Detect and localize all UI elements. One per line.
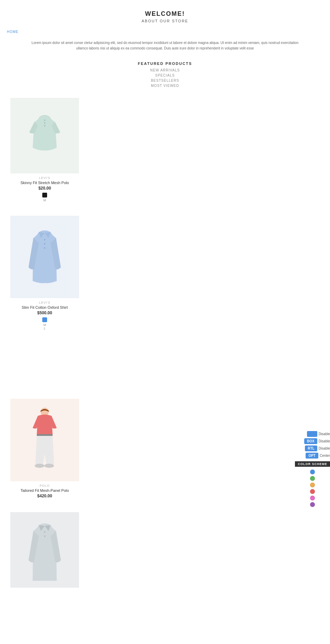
product-brand: LEVI'S — [10, 176, 79, 180]
featured-products-section: FEATURED PRODUCTS NEW ARRIVALS SPECIALS … — [0, 55, 330, 91]
control-row-main: Disable — [307, 431, 330, 437]
products-container: × × LE — [0, 91, 330, 605]
opt-control-btn[interactable]: OPT — [306, 453, 318, 459]
svg-point-11 — [44, 535, 45, 537]
product-image-wrapper[interactable] — [10, 512, 79, 588]
color-dot-orange[interactable] — [310, 483, 315, 487]
svg-point-0 — [44, 120, 45, 121]
product-name: Tailored Fit Mesh-Panel Polo — [10, 488, 79, 493]
control-row-box: BOX Disable — [304, 438, 330, 444]
product-brand: LEVI'S — [10, 301, 79, 304]
svg-point-10 — [44, 531, 45, 533]
main-control-label: Disable — [319, 432, 330, 436]
site-header: WELCOME! ABOUT OUR STORE — [0, 0, 330, 26]
specials-link[interactable]: SPECIALS — [155, 74, 175, 77]
product-name: Slim Fit Cotton Oxford Shirt — [10, 305, 79, 309]
color-dot-purple[interactable] — [310, 502, 315, 507]
svg-point-4 — [44, 243, 45, 245]
product-price: $420.00 — [10, 494, 79, 498]
bestsellers-link[interactable]: BESTSELLERS — [151, 79, 179, 82]
controls-panel: Disable BOX Disable RTL Disable OPT Cent… — [304, 431, 330, 459]
product-image-wrapper[interactable] — [10, 216, 79, 298]
svg-point-1 — [44, 122, 45, 124]
color-scheme-panel: COLOR SCHEME — [295, 461, 330, 510]
control-row-opt: OPT Center — [306, 453, 330, 459]
featured-nav: NEW ARRIVALS SPECIALS BESTSELLERS MOST V… — [0, 68, 330, 88]
product-price: $20.00 — [10, 186, 79, 191]
color-dot-blue[interactable] — [310, 470, 315, 474]
featured-title: FEATURED PRODUCTS — [0, 61, 330, 66]
home-link[interactable]: HOME — [7, 30, 19, 34]
new-arrivals-link[interactable]: NEW ARRIVALS — [150, 68, 180, 72]
box-control-btn[interactable]: BOX — [304, 438, 317, 444]
svg-point-2 — [44, 125, 45, 126]
intro-paragraph: Lorem ipsum dolor sit amet conse ctetur … — [0, 37, 330, 55]
breadcrumb: HOME — [0, 26, 330, 37]
product-color-swatches — [10, 193, 79, 197]
color-scheme-label: COLOR SCHEME — [295, 461, 330, 467]
most-viewed-link[interactable]: MOST VIEWED — [151, 84, 179, 88]
color-swatch[interactable] — [42, 193, 47, 197]
product-image-wrapper[interactable] — [10, 399, 79, 481]
product-name: Skinny Fit Stretch Mesh Polo — [10, 181, 79, 185]
product-brand: POLO — [10, 484, 79, 487]
svg-rect-7 — [37, 434, 53, 436]
color-dots — [295, 467, 330, 510]
rtl-control-label: Disable — [319, 447, 330, 450]
control-row-rtl: RTL Disable — [305, 445, 330, 451]
welcome-title: WELCOME! — [7, 10, 323, 18]
product-card: LEVI'S Skinny Fit Stretch Mesh Polo $20.… — [10, 98, 79, 202]
color-dot-red[interactable] — [310, 489, 315, 494]
svg-point-3 — [44, 239, 45, 240]
product-card: POLO Tailored Fit Mesh-Panel Polo $420.0… — [10, 399, 79, 498]
color-dot-green[interactable] — [310, 476, 315, 481]
store-subtitle: ABOUT OUR STORE — [7, 19, 323, 23]
box-control-label: Disable — [319, 439, 330, 443]
product-price: $500.00 — [10, 310, 79, 315]
product-image-wrapper[interactable] — [10, 98, 79, 173]
main-control-btn[interactable] — [307, 431, 317, 437]
product-color-swatches — [10, 317, 79, 322]
color-swatch[interactable] — [42, 317, 47, 322]
product-sizes: M — [10, 199, 79, 202]
product-card — [10, 512, 79, 588]
color-dot-pink[interactable] — [310, 496, 315, 500]
opt-control-label: Center — [320, 454, 330, 457]
rtl-control-btn[interactable]: RTL — [305, 445, 317, 451]
product-sizes: M L — [10, 323, 79, 330]
svg-point-9 — [44, 464, 54, 468]
svg-point-5 — [44, 247, 45, 249]
product-card: LEVI'S Slim Fit Cotton Oxford Shirt $500… — [10, 216, 79, 330]
svg-point-8 — [35, 464, 44, 468]
